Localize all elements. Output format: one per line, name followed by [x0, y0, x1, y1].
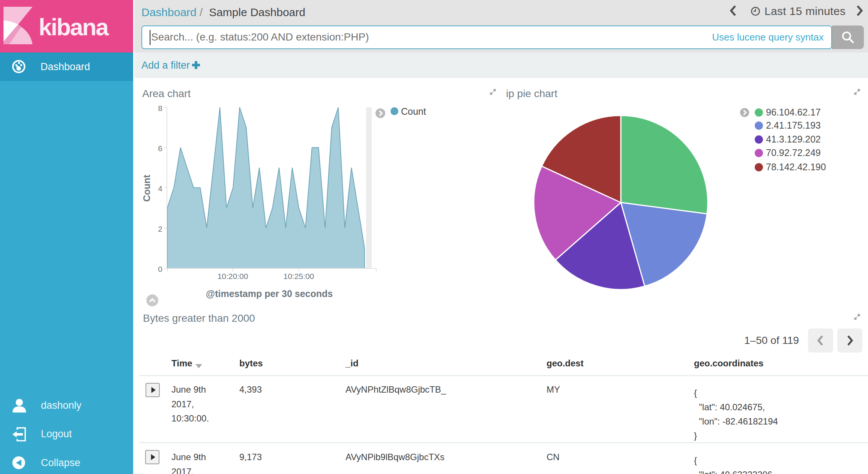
svg-text:10:20:00: 10:20:00: [218, 272, 248, 280]
svg-text:@timestamp per 30 seconds: @timestamp per 30 seconds: [206, 288, 333, 299]
svg-text:8: 8: [158, 104, 162, 112]
svg-text:Count: Count: [143, 174, 152, 202]
svg-text:4: 4: [158, 184, 162, 193]
svg-text:0: 0: [158, 265, 162, 273]
svg-text:10:25:00: 10:25:00: [284, 272, 314, 280]
svg-text:2: 2: [158, 225, 162, 233]
svg-text:6: 6: [158, 144, 162, 153]
